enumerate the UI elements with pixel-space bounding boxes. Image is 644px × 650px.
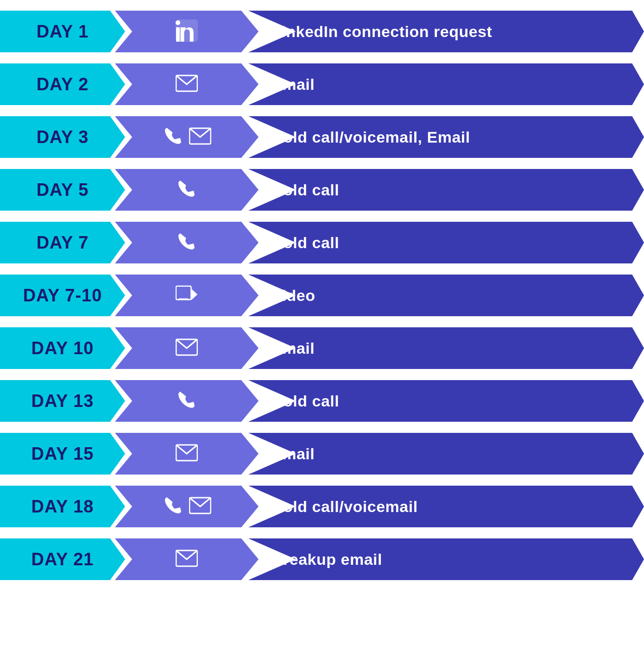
activity-label: Cold call <box>271 392 339 410</box>
activity-label: LinkedIn connection request <box>271 23 492 41</box>
linkedin-icon-wrapper <box>176 19 198 44</box>
activity-label: Email <box>271 75 315 94</box>
activity-section: Cold call/voicemail <box>248 486 644 527</box>
email-icon <box>189 494 211 517</box>
icon-group <box>176 547 198 571</box>
sequence-row: DAY 5 Cold call <box>0 167 644 213</box>
email-icon-wrapper <box>176 547 198 571</box>
activity-section: LinkedIn connection request <box>248 11 644 52</box>
day-text: DAY 10 <box>32 338 94 358</box>
day-text: DAY 7-10 <box>23 286 102 306</box>
icon-group <box>176 19 198 44</box>
day-label: DAY 5 <box>0 169 125 211</box>
icon-group <box>176 442 198 466</box>
activity-section: Breakup email <box>248 538 644 580</box>
day-label: DAY 10 <box>0 327 125 369</box>
linkedin-icon <box>176 19 198 42</box>
activity-section: Email <box>248 433 644 475</box>
icon-group <box>162 125 211 149</box>
email-icon <box>176 336 198 358</box>
phone-icon <box>176 178 198 200</box>
icon-section <box>115 486 259 527</box>
day-label: DAY 7 <box>0 222 125 263</box>
sequence-row: DAY 18 Cold call/voicemail <box>0 483 644 530</box>
icon-section <box>115 433 259 475</box>
phone-icon-wrapper <box>162 125 184 149</box>
day-label: DAY 18 <box>0 486 125 527</box>
activity-label: Cold call <box>271 181 339 199</box>
icon-group <box>176 72 198 96</box>
sequence-row: DAY 21 Breakup email <box>0 536 644 582</box>
activity-label: Breakup email <box>271 550 382 569</box>
svg-rect-5 <box>179 299 189 300</box>
phone-icon-wrapper <box>176 178 198 202</box>
day-label: DAY 15 <box>0 433 125 475</box>
activity-section: Email <box>248 327 644 369</box>
email-icon <box>176 547 198 569</box>
activity-label: Email <box>271 339 315 357</box>
email-icon <box>176 72 198 94</box>
day-text: DAY 3 <box>37 127 89 147</box>
activity-section: Email <box>248 63 644 105</box>
day-label: DAY 1 <box>0 11 125 52</box>
icon-group <box>176 336 198 360</box>
email-icon <box>189 125 211 147</box>
activity-section: Cold call/voicemail, Email <box>248 116 644 158</box>
icon-section <box>115 538 259 580</box>
email-icon-wrapper <box>176 442 198 466</box>
day-label: DAY 21 <box>0 538 125 580</box>
sequence-row: DAY 1 LinkedIn connection request <box>0 8 644 55</box>
icon-section <box>115 275 259 316</box>
sequence-row: DAY 13 Cold call <box>0 378 644 424</box>
day-label: DAY 13 <box>0 380 125 422</box>
icon-group <box>162 494 211 519</box>
day-label: DAY 3 <box>0 116 125 158</box>
email-icon-wrapper <box>176 72 198 96</box>
activity-label: Cold call/voicemail, Email <box>271 128 470 146</box>
phone-icon-wrapper <box>176 231 198 255</box>
activity-label: Cold call <box>271 234 339 252</box>
sequence-row: DAY 7-10 Video <box>0 272 644 319</box>
main-container: DAY 1 LinkedIn connection requestDAY 2 E… <box>0 0 644 597</box>
phone-icon <box>162 494 184 517</box>
icon-section <box>115 222 259 263</box>
icon-section <box>115 63 259 105</box>
email-icon-wrapper <box>189 125 211 149</box>
sequence-row: DAY 3 Cold call/voicemail, Email <box>0 114 644 160</box>
day-text: DAY 7 <box>37 233 89 253</box>
activity-label: Email <box>271 445 315 463</box>
icon-section <box>115 380 259 422</box>
sequence-row: DAY 7 Cold call <box>0 219 644 266</box>
phone-icon <box>176 231 198 253</box>
activity-section: Cold call <box>248 380 644 422</box>
svg-marker-4 <box>191 289 197 300</box>
day-text: DAY 2 <box>37 75 89 94</box>
icon-section <box>115 116 259 158</box>
email-icon <box>176 442 198 464</box>
day-text: DAY 13 <box>32 391 94 411</box>
activity-label: Cold call/voicemail <box>271 498 418 516</box>
phone-icon-wrapper <box>162 494 184 519</box>
video-icon-wrapper <box>176 283 198 307</box>
activity-section: Cold call <box>248 222 644 263</box>
sequence-row: DAY 2 Email <box>0 61 644 107</box>
icon-section <box>115 327 259 369</box>
phone-icon <box>162 125 184 147</box>
icon-group <box>176 231 198 255</box>
day-text: DAY 5 <box>37 180 89 200</box>
day-text: DAY 21 <box>32 550 94 569</box>
phone-icon-wrapper <box>176 389 198 413</box>
icon-group <box>176 389 198 413</box>
email-icon-wrapper <box>189 494 211 519</box>
sequence-row: DAY 15 Email <box>0 431 644 477</box>
phone-icon <box>176 389 198 411</box>
activity-label: Video <box>271 287 315 305</box>
icon-section <box>115 11 259 52</box>
video-icon <box>176 283 198 306</box>
icon-group <box>176 283 198 307</box>
day-label: DAY 7-10 <box>0 275 125 316</box>
svg-rect-3 <box>176 286 191 300</box>
day-text: DAY 18 <box>32 497 94 517</box>
sequence-row: DAY 10 Email <box>0 325 644 371</box>
day-label: DAY 2 <box>0 63 125 105</box>
